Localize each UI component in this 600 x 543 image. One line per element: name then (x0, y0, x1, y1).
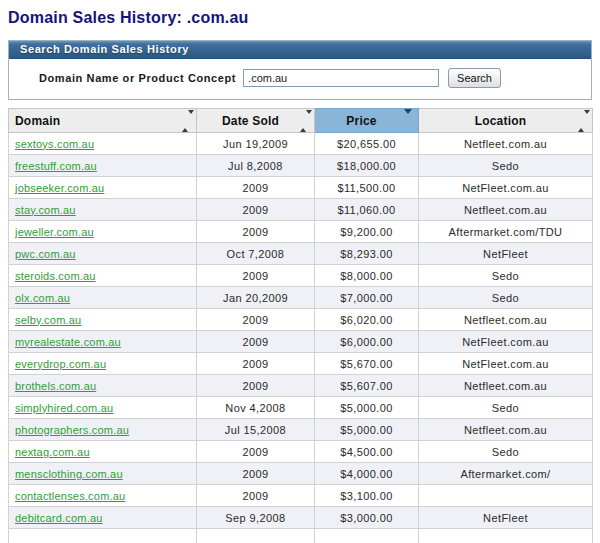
cell-price: $20,655.00 (315, 133, 419, 155)
sort-desc-icon (404, 114, 411, 128)
table-row: brothels.com.au2009$5,607.00Netfleet.com… (9, 375, 593, 397)
cell-domain: stay.com.au (9, 199, 197, 221)
cell-location: Sedo (419, 397, 593, 419)
cell-price: $3,000.00 (315, 507, 419, 529)
cell-date: Jul 8,2008 (197, 155, 315, 177)
cell-date: 2009 (197, 177, 315, 199)
cell-domain: sextoys.com.au (9, 133, 197, 155)
domain-link[interactable]: sextoys.com.au (15, 138, 94, 150)
cell-domain: debitcard.com.au (9, 507, 197, 529)
cell-location: Sedo (419, 287, 593, 309)
cell-domain: jeweller.com.au (9, 221, 197, 243)
domain-link[interactable]: olx.com.au (15, 292, 70, 304)
domain-link[interactable]: everydrop.com.au (15, 358, 106, 370)
search-label: Domain Name or Product Concept (39, 72, 236, 84)
cell-price: $8,293.00 (315, 243, 419, 265)
table-row: photographers.com.auJul 15,2008$5,000.00… (9, 419, 593, 441)
cell-domain: jobseeker.com.au (9, 177, 197, 199)
column-header-location[interactable]: Location (419, 109, 593, 133)
cell-location: Netfleet.com.au (419, 419, 593, 441)
table-row: steroids.com.au2009$8,000.00Sedo (9, 265, 593, 287)
cell-price: $5,000.00 (315, 419, 419, 441)
cell-date: 2009 (197, 353, 315, 375)
cell-price: $5,000.00 (315, 397, 419, 419)
sort-both-icon (182, 114, 189, 128)
cell-domain: photographers.com.au (9, 419, 197, 441)
domain-link[interactable]: mensclothing.com.au (15, 468, 123, 480)
page: Domain Sales History: .com.au Search Dom… (0, 0, 600, 543)
cell-date: 2009 (197, 331, 315, 353)
domain-link[interactable]: pwc.com.au (15, 248, 76, 260)
cell-location: Sedo (419, 265, 593, 287)
cell-location: Aftermarket.com/ (419, 463, 593, 485)
cell-location: NetFleet (419, 507, 593, 529)
domain-link[interactable]: jeweller.com.au (15, 226, 94, 238)
cell-domain: pwc.com.au (9, 243, 197, 265)
domain-link[interactable]: brothels.com.au (15, 380, 96, 392)
domain-link[interactable]: steroids.com.au (15, 270, 96, 282)
cell-location: NetFleet.com.au (419, 331, 593, 353)
domain-link[interactable]: contactlenses.com.au (15, 490, 125, 502)
column-label: Price (346, 114, 376, 128)
domain-link[interactable]: jobseeker.com.au (15, 182, 104, 194)
table-row: pwc.com.auOct 7,2008$8,293.00NetFleet (9, 243, 593, 265)
cell-date: Jan 20,2009 (197, 287, 315, 309)
cell-domain: simplyhired.com.au (9, 397, 197, 419)
cell-location: Netfleet.com.au (419, 199, 593, 221)
cell-domain: nextag.com.au (9, 441, 197, 463)
cell-date: 2009 (197, 485, 315, 507)
search-panel-body: Domain Name or Product Concept Search (9, 59, 591, 99)
cell-date: 2009 (197, 265, 315, 287)
domain-link[interactable]: myrealestate.com.au (15, 336, 121, 348)
cell-date: 2009 (197, 199, 315, 221)
cell-date: 2009 (197, 375, 315, 397)
domain-link[interactable]: simplyhired.com.au (15, 402, 113, 414)
cell-date: Jun 19,2009 (197, 133, 315, 155)
cell-location: NetFleet (419, 243, 593, 265)
column-header-domain[interactable]: Domain (9, 109, 197, 133)
table-row: everydrop.com.au2009$5,670.00NetFleet.co… (9, 353, 593, 375)
search-input[interactable] (243, 69, 439, 87)
table-row-partial (9, 529, 593, 543)
table-row: freestuff.com.auJul 8,2008$18,000.00Sedo (9, 155, 593, 177)
column-label: Location (475, 114, 527, 128)
cell-location: Sedo (419, 441, 593, 463)
cell-date: Sep 9,2008 (197, 507, 315, 529)
column-header-date-sold[interactable]: Date Sold (197, 109, 315, 133)
sort-both-icon (578, 114, 585, 128)
table-row: nextag.com.au2009$4,500.00Sedo (9, 441, 593, 463)
cell-date: Oct 7,2008 (197, 243, 315, 265)
cell-domain: mensclothing.com.au (9, 463, 197, 485)
domain-link[interactable]: freestuff.com.au (15, 160, 97, 172)
table-row: myrealestate.com.au2009$6,000.00NetFleet… (9, 331, 593, 353)
cell-domain: brothels.com.au (9, 375, 197, 397)
cell-location: Netfleet.com.au (419, 375, 593, 397)
cell-price: $6,020.00 (315, 309, 419, 331)
domain-link[interactable]: selby.com.au (15, 314, 81, 326)
cell-price: $5,607.00 (315, 375, 419, 397)
cell-price: $4,500.00 (315, 441, 419, 463)
search-button[interactable]: Search (448, 68, 501, 88)
cell-price: $4,000.00 (315, 463, 419, 485)
cell-domain: olx.com.au (9, 287, 197, 309)
domain-link[interactable]: stay.com.au (15, 204, 76, 216)
sort-both-icon (300, 114, 307, 128)
cell-price: $18,000.00 (315, 155, 419, 177)
cell-location (419, 485, 593, 507)
cell-domain: everydrop.com.au (9, 353, 197, 375)
table-row: sextoys.com.auJun 19,2009$20,655.00Netfl… (9, 133, 593, 155)
cell-price: $6,000.00 (315, 331, 419, 353)
cell-location: NetFleet.com.au (419, 353, 593, 375)
column-header-price[interactable]: Price (315, 109, 419, 133)
search-panel: Search Domain Sales History Domain Name … (8, 40, 592, 100)
table-row: simplyhired.com.auNov 4,2008$5,000.00Sed… (9, 397, 593, 419)
domain-link[interactable]: debitcard.com.au (15, 512, 103, 524)
cell-price: $8,000.00 (315, 265, 419, 287)
table-row: jeweller.com.au2009$9,200.00Aftermarket.… (9, 221, 593, 243)
table-row: olx.com.auJan 20,2009$7,000.00Sedo (9, 287, 593, 309)
domain-link[interactable]: photographers.com.au (15, 424, 129, 436)
search-panel-header: Search Domain Sales History (9, 41, 591, 59)
cell-price: $5,670.00 (315, 353, 419, 375)
domain-link[interactable]: nextag.com.au (15, 446, 90, 458)
table-row: debitcard.com.auSep 9,2008$3,000.00NetFl… (9, 507, 593, 529)
